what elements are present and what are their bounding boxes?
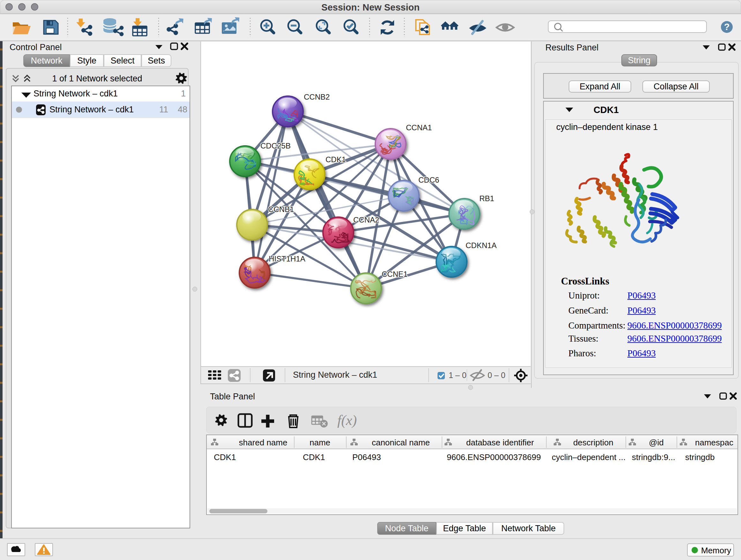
- svg-text:f(x): f(x): [337, 413, 357, 428]
- svg-text:RB1: RB1: [479, 194, 494, 203]
- svg-text:CDK1: CDK1: [326, 155, 346, 164]
- svg-text:CDKN1A: CDKN1A: [466, 241, 496, 250]
- svg-text:CCNA1: CCNA1: [406, 123, 432, 132]
- svg-text:CDC6: CDC6: [418, 176, 439, 184]
- svg-text:HIST1H1A: HIST1H1A: [269, 254, 306, 263]
- svg-text:CCNA2: CCNA2: [353, 215, 379, 224]
- svg-text:CCNE1: CCNE1: [382, 270, 408, 278]
- svg-text:CDC25B: CDC25B: [260, 141, 291, 150]
- svg-text:CCNB2: CCNB2: [304, 92, 330, 101]
- svg-text:CCNB1: CCNB1: [268, 205, 294, 213]
